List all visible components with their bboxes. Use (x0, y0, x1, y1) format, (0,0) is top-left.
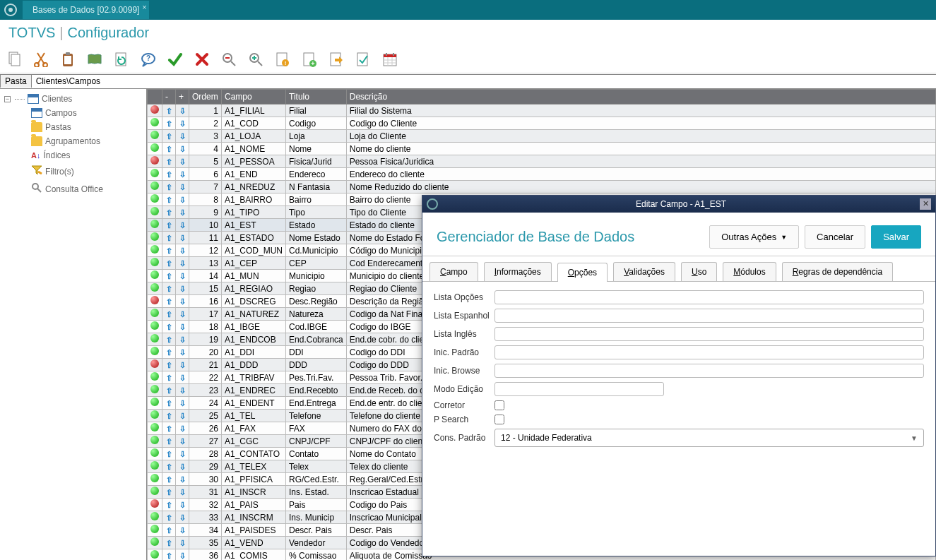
arrow-up-icon[interactable]: ⇧ (165, 335, 172, 345)
arrow-up-icon[interactable]: ⇧ (165, 501, 172, 510)
arrow-up-icon[interactable]: ⇧ (165, 259, 172, 268)
arrow-up-icon[interactable]: ⇧ (165, 170, 172, 179)
check-psearch[interactable] (494, 415, 504, 424)
page-add-icon[interactable]: + (301, 51, 318, 68)
check-icon[interactable] (167, 51, 184, 68)
save-button[interactable]: Salvar (871, 225, 921, 249)
arrow-up-icon[interactable]: ⇧ (165, 513, 172, 523)
arrow-up-icon[interactable]: ⇧ (165, 374, 172, 383)
tree-item[interactable]: Filtro(s) (30, 162, 143, 180)
app-tab[interactable]: Bases de Dados [02.9.0099]× (23, 1, 149, 19)
tree-item[interactable]: Agrupamentos (30, 134, 143, 148)
arrow-up-icon[interactable]: ⇧ (165, 107, 172, 116)
zoom-out-icon[interactable] (220, 51, 237, 68)
arrow-down-icon[interactable]: ⇩ (179, 119, 186, 129)
arrow-down-icon[interactable]: ⇩ (179, 501, 186, 510)
tree-item[interactable]: A↓Índices (30, 148, 143, 162)
tab-uso[interactable]: Uso (681, 262, 717, 281)
arrow-down-icon[interactable]: ⇩ (179, 196, 186, 205)
table-row[interactable]: ⇧ ⇩ 5 A1_PESSOA Fisica/Jurid Pessoa Fisi… (148, 155, 936, 168)
arrow-down-icon[interactable]: ⇩ (179, 374, 186, 383)
arrow-down-icon[interactable]: ⇩ (179, 297, 186, 306)
arrow-down-icon[interactable]: ⇩ (179, 157, 186, 167)
arrow-down-icon[interactable]: ⇩ (179, 145, 186, 154)
arrow-up-icon[interactable]: ⇧ (165, 437, 172, 446)
copy-icon[interactable] (6, 51, 23, 68)
arrow-down-icon[interactable]: ⇩ (179, 285, 186, 294)
arrow-up-icon[interactable]: ⇧ (165, 132, 172, 141)
arrow-down-icon[interactable]: ⇩ (179, 475, 186, 484)
arrow-down-icon[interactable]: ⇩ (179, 335, 186, 345)
arrow-up-icon[interactable]: ⇧ (165, 348, 172, 357)
input-inic-padrao[interactable] (494, 345, 924, 359)
input-lista-opcoes[interactable] (494, 290, 924, 304)
arrow-down-icon[interactable]: ⇩ (179, 246, 186, 256)
arrow-down-icon[interactable]: ⇩ (179, 386, 186, 395)
arrow-down-icon[interactable]: ⇩ (179, 259, 186, 268)
arrow-up-icon[interactable]: ⇧ (165, 399, 172, 408)
help-icon[interactable]: ? (140, 51, 157, 68)
arrow-up-icon[interactable]: ⇧ (165, 208, 172, 218)
arrow-down-icon[interactable]: ⇩ (179, 488, 186, 497)
other-actions-button[interactable]: Outras Ações▼ (709, 225, 799, 249)
paste-icon[interactable] (59, 51, 76, 68)
arrow-down-icon[interactable]: ⇩ (179, 107, 186, 116)
arrow-up-icon[interactable]: ⇧ (165, 450, 172, 459)
arrow-up-icon[interactable]: ⇧ (165, 488, 172, 497)
arrow-down-icon[interactable]: ⇩ (179, 526, 186, 535)
select-cons-padrao[interactable]: 12 - Unidade Federativa ▼ (494, 429, 924, 447)
arrow-up-icon[interactable]: ⇧ (165, 221, 172, 230)
zoom-in-icon[interactable] (247, 51, 264, 68)
arrow-down-icon[interactable]: ⇩ (179, 170, 186, 179)
check-corretor[interactable] (494, 400, 504, 410)
arrow-up-icon[interactable]: ⇧ (165, 183, 172, 192)
arrow-up-icon[interactable]: ⇧ (165, 157, 172, 167)
table-row[interactable]: ⇧ ⇩ 2 A1_COD Codigo Codigo do Cliente (148, 117, 936, 130)
arrow-up-icon[interactable]: ⇧ (165, 463, 172, 472)
arrow-up-icon[interactable]: ⇧ (165, 145, 172, 154)
arrow-up-icon[interactable]: ⇧ (165, 412, 172, 421)
cancel-button[interactable]: Cancelar (805, 225, 865, 249)
table-row[interactable]: ⇧ ⇩ 1 A1_FILIAL Filial Filial do Sistema (148, 105, 936, 117)
tree-root[interactable]: − Clientes (3, 92, 143, 106)
arrow-up-icon[interactable]: ⇧ (165, 310, 172, 319)
tab-modulos[interactable]: Módulos (723, 262, 776, 281)
page-refresh-icon[interactable] (113, 51, 130, 68)
collapse-icon[interactable]: − (4, 96, 11, 102)
arrow-down-icon[interactable]: ⇩ (179, 412, 186, 421)
page-arrow-icon[interactable] (328, 51, 345, 68)
input-inic-browse[interactable] (494, 364, 924, 378)
arrow-down-icon[interactable]: ⇩ (179, 221, 186, 230)
arrow-down-icon[interactable]: ⇩ (179, 361, 186, 370)
tab-opcoes[interactable]: Opções (557, 263, 608, 282)
arrow-up-icon[interactable]: ⇧ (165, 526, 172, 535)
arrow-down-icon[interactable]: ⇩ (179, 399, 186, 408)
arrow-down-icon[interactable]: ⇩ (179, 513, 186, 523)
arrow-up-icon[interactable]: ⇧ (165, 234, 172, 243)
arrow-up-icon[interactable]: ⇧ (165, 285, 172, 294)
table-row[interactable]: ⇧ ⇩ 3 A1_LOJA Loja Loja do Cliente (148, 130, 936, 143)
arrow-down-icon[interactable]: ⇩ (179, 552, 186, 561)
arrow-up-icon[interactable]: ⇧ (165, 119, 172, 129)
arrow-down-icon[interactable]: ⇩ (179, 208, 186, 218)
arrow-down-icon[interactable]: ⇩ (179, 463, 186, 472)
arrow-up-icon[interactable]: ⇧ (165, 297, 172, 306)
arrow-up-icon[interactable]: ⇧ (165, 539, 172, 548)
tab-regras[interactable]: Regras de dependência (782, 262, 893, 281)
tree-item[interactable]: Consulta Office (30, 180, 143, 198)
close-icon[interactable]: ✕ (920, 198, 931, 210)
input-lista-esp[interactable] (494, 309, 924, 323)
tree-item[interactable]: Pastas (30, 120, 143, 134)
input-lista-ing[interactable] (494, 327, 924, 341)
cancel-icon[interactable] (194, 51, 211, 68)
page-check-icon[interactable] (355, 51, 372, 68)
arrow-up-icon[interactable]: ⇧ (165, 552, 172, 561)
arrow-up-icon[interactable]: ⇧ (165, 196, 172, 205)
arrow-down-icon[interactable]: ⇩ (179, 437, 186, 446)
arrow-down-icon[interactable]: ⇩ (179, 323, 186, 332)
arrow-down-icon[interactable]: ⇩ (179, 272, 186, 281)
input-modo-ed[interactable] (494, 382, 664, 396)
tab-informacoes[interactable]: Informações (484, 262, 552, 281)
arrow-down-icon[interactable]: ⇩ (179, 450, 186, 459)
cut-icon[interactable] (32, 51, 49, 68)
